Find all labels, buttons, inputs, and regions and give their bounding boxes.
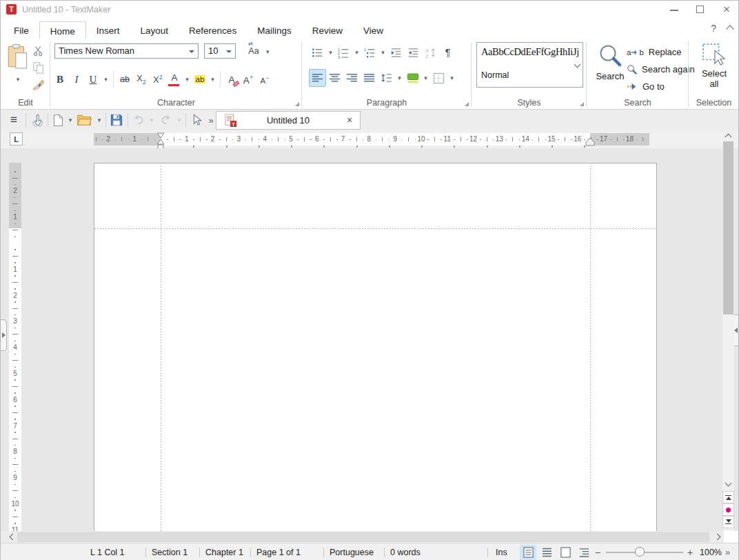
right-margin-marker[interactable] [585,137,595,146]
view-continuous-button[interactable] [538,545,555,560]
help-button[interactable]: ? [711,23,716,34]
zoom-slider-handle[interactable] [635,547,645,557]
borders-button[interactable] [430,69,447,87]
font-size-select[interactable]: 10 [204,43,236,59]
strikethrough-button[interactable]: ab [117,70,133,88]
show-formatting-button[interactable]: ¶ [439,43,456,61]
new-document-dropdown[interactable]: ▾ [65,112,75,128]
align-center-button[interactable] [326,69,343,87]
superscript-button[interactable]: X2 [150,70,166,88]
scroll-down-button[interactable] [722,479,734,490]
search-button[interactable]: Search [594,43,627,81]
bullet-list-button[interactable] [309,43,326,61]
bullet-list-dropdown[interactable]: ▾ [326,43,335,61]
statusbar-more-button[interactable]: » [725,548,730,557]
statusbar-page[interactable]: Page 1 of 1 [256,548,301,557]
format-painter-button[interactable] [31,77,45,92]
close-button[interactable]: × [715,1,738,19]
borders-dropdown[interactable]: ▾ [447,69,456,87]
sort-button[interactable]: A Z [422,43,439,61]
multilevel-list-button[interactable]: 1 [361,43,378,61]
page[interactable] [94,163,657,531]
dialog-launcher-icon[interactable] [465,102,469,106]
new-document-button[interactable] [50,112,65,128]
font-name-select[interactable]: Times New Roman [54,43,199,59]
statusbar-insert-mode[interactable]: Ins [496,548,507,557]
horizontal-scrollbar[interactable] [1,531,724,543]
multilevel-list-dropdown[interactable]: ▾ [378,43,387,61]
zoom-out-button[interactable]: − [595,547,600,558]
change-case-dropdown[interactable]: ▾ [266,48,270,55]
statusbar-zoom-level[interactable]: 100% [700,548,722,557]
maximize-button[interactable] [689,1,712,19]
select-all-button[interactable]: Select all [694,43,734,89]
next-page-button[interactable] [722,516,734,528]
statusbar-word-count[interactable]: 0 words [390,548,421,557]
decrease-indent-button[interactable] [405,43,422,61]
font-color-dropdown[interactable]: ▾ [183,70,192,88]
bold-button[interactable]: B [52,70,68,88]
redo-dropdown[interactable]: ▾ [174,112,184,128]
copy-button[interactable] [31,61,45,74]
replace-button[interactable]: a b Replace [627,43,695,61]
grow-font-button[interactable]: A+ [240,70,256,88]
vertical-scrollbar[interactable] [722,130,734,531]
line-spacing-dropdown[interactable]: ▾ [395,69,404,87]
undo-dropdown[interactable]: ▾ [147,112,156,128]
horizontal-scrollbar-thumb[interactable] [17,532,709,542]
statusbar-chapter[interactable]: Chapter 1 [205,548,243,557]
subscript-button[interactable]: X2 [133,70,150,88]
statusbar-language[interactable]: Portuguese [330,548,374,557]
touch-mode-button[interactable] [28,112,46,128]
shading-button[interactable] [404,69,421,87]
statusbar-cursor-position[interactable]: L 1 Col 1 [90,548,125,557]
scroll-up-button[interactable] [722,130,734,141]
collapse-ribbon-button[interactable] [727,23,733,34]
redo-button[interactable] [158,112,174,128]
highlight-dropdown[interactable]: ▾ [208,70,217,88]
browse-object-button[interactable] [722,503,734,516]
view-preview-button[interactable] [557,545,574,560]
underline-button[interactable]: U [85,70,101,88]
search-again-button[interactable]: Search again [627,61,695,78]
zoom-slider-track[interactable] [606,552,683,553]
increase-indent-button[interactable] [387,43,405,61]
previous-page-button[interactable] [722,491,734,503]
underline-dropdown[interactable]: ▾ [101,70,110,88]
undo-button[interactable] [130,112,147,128]
left-panel-handle[interactable] [0,319,7,351]
dialog-launcher-icon[interactable] [580,102,584,106]
vertical-scrollbar-thumb[interactable] [723,141,733,314]
main-menu-button[interactable]: ≡ [5,112,23,128]
view-standard-button[interactable] [520,545,536,560]
chevron-down-icon[interactable] [574,61,581,68]
zoom-in-button[interactable]: + [687,547,693,558]
object-mode-button[interactable] [188,112,205,128]
scroll-left-button[interactable] [6,531,17,542]
shrink-font-button[interactable]: A− [256,70,273,88]
change-case-button[interactable]: ⇄ Aa [243,43,264,59]
paste-button[interactable]: ▾ [5,43,31,90]
paste-dropdown[interactable]: ▾ [17,76,20,83]
dialog-launcher-icon[interactable] [295,102,299,106]
italic-button[interactable]: I [68,70,85,88]
style-gallery[interactable]: AaBbCcDdEeFfGgHhIiJj Normal [476,42,583,88]
font-color-button[interactable]: A [166,70,183,88]
align-left-button[interactable] [309,69,326,87]
highlight-button[interactable]: ab [192,70,208,88]
minimize-button[interactable] [662,1,686,19]
shading-dropdown[interactable]: ▾ [421,69,430,87]
goto-button[interactable]: Go to [627,78,695,95]
scroll-right-button[interactable] [712,531,724,542]
statusbar-section[interactable]: Section 1 [152,548,188,557]
numbered-list-button[interactable]: 1 2 3 [335,43,352,61]
numbered-list-dropdown[interactable]: ▾ [352,43,361,61]
line-spacing-button[interactable] [378,69,395,87]
open-button[interactable] [75,112,93,128]
justify-button[interactable] [361,69,378,87]
save-button[interactable] [108,112,125,128]
document-tab-close-button[interactable]: × [345,114,354,126]
cut-button[interactable] [31,44,45,58]
document-tab[interactable]: T Untitled 10 × [216,111,361,130]
view-outline-button[interactable] [576,545,592,560]
